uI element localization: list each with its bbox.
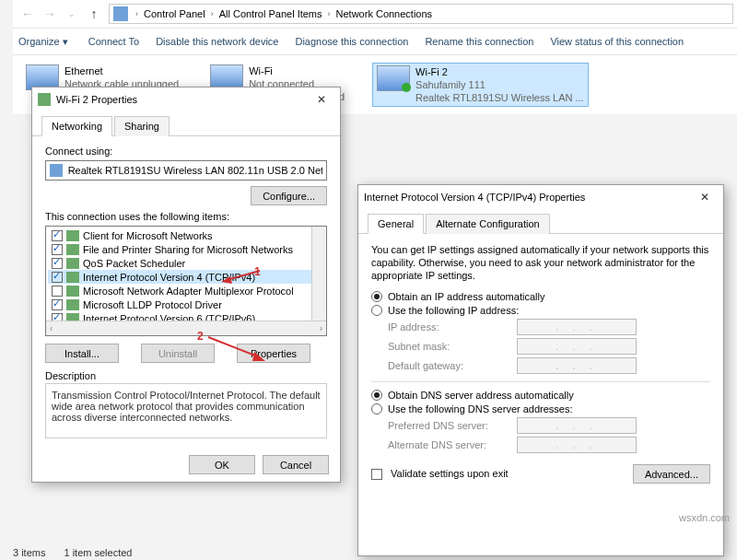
- radio-obtain-dns[interactable]: [371, 390, 382, 401]
- checkbox[interactable]: [52, 258, 63, 269]
- dialog-body: Connect using: Realtek RTL8191SU Wireles…: [32, 136, 340, 448]
- organize-menu[interactable]: Organize ▾: [18, 36, 72, 48]
- intro-text: You can get IP settings assigned automat…: [371, 243, 710, 282]
- radio-obtain-ip[interactable]: [371, 291, 382, 302]
- preferred-dns-label: Preferred DNS server:: [388, 420, 517, 431]
- nav-row: ← → ⌄ ↑ › Control Panel › All Control Pa…: [13, 0, 737, 28]
- dialog-title: Internet Protocol Version 4 (TCP/IPv4) P…: [364, 192, 585, 203]
- checkbox[interactable]: [52, 286, 63, 297]
- tab-sharing[interactable]: Sharing: [114, 116, 170, 136]
- adapter-icon: [50, 164, 63, 177]
- connect-using-label: Connect using:: [45, 146, 327, 157]
- radio-use-ip[interactable]: [371, 305, 382, 316]
- component-icon: [66, 286, 79, 297]
- horizontal-scrollbar[interactable]: ‹›: [46, 321, 326, 335]
- view-status-button[interactable]: View status of this connection: [550, 36, 684, 47]
- checkbox[interactable]: [52, 299, 63, 310]
- list-item: Client for Microsoft Networks: [48, 228, 324, 242]
- validate-checkbox[interactable]: [371, 469, 382, 480]
- obtain-dns-label: Obtain DNS server address automatically: [388, 390, 574, 401]
- rename-button[interactable]: Rename this connection: [425, 36, 533, 47]
- items-list[interactable]: Client for Microsoft Networks File and P…: [45, 226, 327, 336]
- breadcrumb-all-items[interactable]: All Control Panel Items: [216, 8, 326, 19]
- diagnose-button[interactable]: Diagnose this connection: [295, 36, 408, 47]
- status-bar: 3 items 1 item selected: [13, 547, 132, 558]
- tab-strip: Networking Sharing: [32, 111, 340, 136]
- tab-strip: General Alternate Configuration: [358, 209, 723, 234]
- component-icon: [66, 230, 79, 241]
- ip-address-label: IP address:: [388, 321, 517, 332]
- component-icon: [66, 258, 79, 269]
- radio-use-dns[interactable]: [371, 403, 382, 414]
- install-button[interactable]: Install...: [45, 344, 119, 363]
- tab-general[interactable]: General: [368, 214, 424, 234]
- connection-name: Ethernet: [64, 64, 179, 77]
- configure-button[interactable]: Configure...: [251, 186, 327, 205]
- chevron-right-icon: ›: [326, 9, 333, 18]
- use-dns-label: Use the following DNS server addresses:: [388, 403, 573, 414]
- dialog-title: Wi-Fi 2 Properties: [56, 94, 137, 105]
- component-icon: [66, 299, 79, 310]
- validate-label: Validate settings upon exit: [391, 468, 509, 479]
- watermark: wsxdn.com: [679, 512, 730, 523]
- connection-wifi2[interactable]: Wi-Fi 2 Sahufamily 111 Realtek RTL8191SU…: [372, 63, 589, 107]
- subnet-mask-label: Subnet mask:: [388, 341, 517, 352]
- uninstall-button[interactable]: Uninstall: [141, 344, 215, 363]
- ok-button[interactable]: OK: [189, 455, 255, 474]
- connection-name: Wi-Fi: [249, 64, 345, 77]
- tab-networking[interactable]: Networking: [41, 116, 112, 136]
- address-bar[interactable]: › Control Panel › All Control Panel Item…: [109, 4, 733, 24]
- ipv4-properties-dialog: Internet Protocol Version 4 (TCP/IPv4) P…: [357, 184, 724, 556]
- adapter-name: Realtek RTL8191SU Wireless LAN 802.11n U…: [68, 165, 322, 176]
- titlebar: Internet Protocol Version 4 (TCP/IPv4) P…: [358, 185, 723, 209]
- network-icon: [38, 93, 51, 106]
- properties-button[interactable]: Properties: [237, 344, 310, 363]
- close-button[interactable]: ✕: [309, 90, 334, 109]
- tab-alt-config[interactable]: Alternate Configuration: [426, 214, 550, 234]
- list-item-ipv4: Internet Protocol Version 4 (TCP/IPv4): [48, 270, 324, 284]
- list-item: Microsoft LLDP Protocol Driver: [48, 298, 324, 311]
- advanced-button[interactable]: Advanced...: [633, 464, 710, 484]
- alternate-dns-label: Alternate DNS server:: [388, 439, 517, 450]
- breadcrumb-network-connections[interactable]: Network Connections: [333, 8, 437, 19]
- checkbox[interactable]: [52, 230, 63, 241]
- back-button[interactable]: ←: [17, 3, 39, 25]
- breadcrumb-control-panel[interactable]: Control Panel: [140, 8, 209, 19]
- checkbox[interactable]: [52, 272, 63, 283]
- description-text: Transmission Control Protocol/Internet P…: [45, 383, 327, 438]
- wifi2-properties-dialog: Wi-Fi 2 Properties ✕ Networking Sharing …: [31, 87, 341, 483]
- gateway-label: Default gateway:: [388, 360, 517, 371]
- alternate-dns-input: . . .: [517, 437, 637, 453]
- adapter-field: Realtek RTL8191SU Wireless LAN 802.11n U…: [45, 160, 327, 181]
- cancel-button[interactable]: Cancel: [263, 455, 329, 474]
- connection-adapter: Realtek RTL8191SU Wireless LAN ...: [415, 91, 584, 104]
- list-item: QoS Packet Scheduler: [48, 256, 324, 270]
- wifi2-icon: [377, 65, 410, 91]
- description-label: Description: [45, 370, 327, 381]
- command-bar: Organize ▾ Connect To Disable this netwo…: [13, 28, 737, 55]
- checkbox[interactable]: [52, 244, 63, 255]
- close-button[interactable]: ✕: [692, 188, 718, 206]
- recent-dropdown[interactable]: ⌄: [61, 3, 83, 25]
- component-icon: [66, 244, 79, 255]
- list-item: File and Printer Sharing for Microsoft N…: [48, 242, 324, 256]
- ip-address-input: . . .: [517, 319, 637, 335]
- list-item: Microsoft Network Adapter Multiplexor Pr…: [48, 284, 324, 298]
- chevron-right-icon: ›: [209, 9, 216, 18]
- use-ip-label: Use the following IP address:: [388, 305, 519, 316]
- dialog-body: You can get IP settings assigned automat…: [358, 234, 723, 496]
- gateway-input: . . .: [517, 357, 637, 374]
- subnet-mask-input: . . .: [517, 338, 637, 355]
- status-selected-count: 1 item selected: [64, 547, 132, 558]
- up-button[interactable]: ↑: [83, 3, 105, 25]
- items-label: This connection uses the following items…: [45, 211, 327, 222]
- connect-to-button[interactable]: Connect To: [88, 36, 139, 47]
- forward-button[interactable]: →: [39, 3, 61, 25]
- chevron-right-icon: ›: [134, 9, 140, 18]
- disable-device-button[interactable]: Disable this network device: [156, 36, 278, 47]
- connection-status: Sahufamily 111: [415, 78, 584, 91]
- vertical-scrollbar[interactable]: [311, 227, 326, 321]
- component-icon: [66, 272, 79, 283]
- obtain-ip-label: Obtain an IP address automatically: [388, 291, 544, 302]
- preferred-dns-input: . . .: [517, 417, 637, 434]
